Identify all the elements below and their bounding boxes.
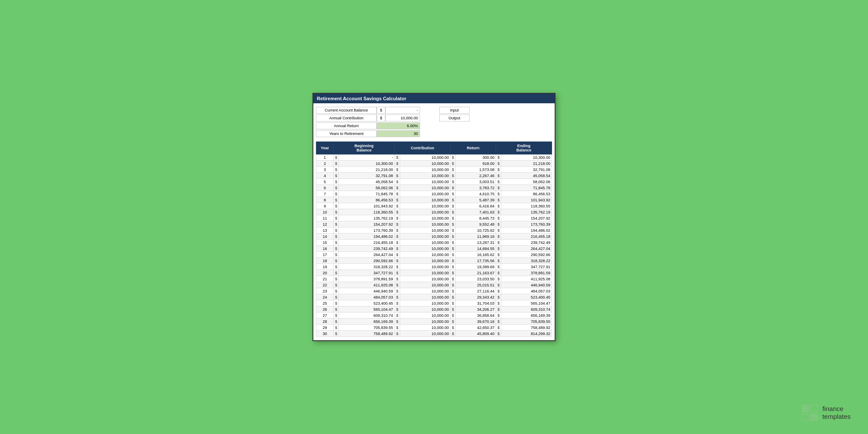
end-dollar: $ xyxy=(496,246,501,252)
con-val: 10,000.00 xyxy=(400,197,450,203)
beg-val: 32,791.08 xyxy=(339,173,395,179)
beg-val: 523,400.45 xyxy=(339,300,395,306)
beg-val: 705,839.55 xyxy=(339,325,395,331)
con-dollar: $ xyxy=(395,294,400,300)
table-row: 7 $ 71,845.78 $ 10,000.00 $ 4,610.75 $ 8… xyxy=(316,191,552,197)
con-val: 10,000.00 xyxy=(400,270,450,276)
ret-val: 36,858.64 xyxy=(456,312,496,319)
table-row: 27 $ 609,310.74 $ 10,000.00 $ 36,858.64 … xyxy=(316,312,552,319)
beg-dollar: $ xyxy=(334,179,339,185)
end-dollar: $ xyxy=(496,161,501,167)
year-cell: 3 xyxy=(316,167,334,173)
beg-dollar: $ xyxy=(334,246,339,252)
end-dollar: $ xyxy=(496,294,501,300)
con-val: 10,000.00 xyxy=(400,282,450,288)
col-header-ending-balance: EndingBalance xyxy=(496,142,552,155)
end-dollar: $ xyxy=(496,312,501,319)
beg-val: 101,943.92 xyxy=(339,203,395,209)
end-val: 135,762.19 xyxy=(501,209,552,215)
ret-val: 42,650.37 xyxy=(456,325,496,331)
table-row: 30 $ 758,489.92 $ 10,000.00 $ 45,809.40 … xyxy=(316,331,552,337)
end-val: 173,760.39 xyxy=(501,221,552,227)
table-row: 28 $ 656,169.39 $ 10,000.00 $ 39,670.16 … xyxy=(316,319,552,325)
ret-dollar: $ xyxy=(450,246,456,252)
year-cell: 30 xyxy=(316,331,334,337)
con-dollar: $ xyxy=(395,191,400,197)
table-row: 2 $ 10,300.00 $ 10,000.00 $ 918.00 $ 21,… xyxy=(316,161,552,167)
ret-val: 16,165.62 xyxy=(456,252,496,258)
years-to-retirement-label: Years to Retirement xyxy=(316,130,377,137)
con-dollar: $ xyxy=(395,306,400,312)
beg-dollar: $ xyxy=(334,306,339,312)
end-val: 378,891.59 xyxy=(501,270,552,276)
end-val: 446,940.59 xyxy=(501,282,552,288)
ret-dollar: $ xyxy=(450,167,456,173)
col-header-beginning-balance: BeginningBalance xyxy=(334,142,395,155)
brand-icon-cell-3 xyxy=(802,414,809,421)
beg-val: 347,727.91 xyxy=(339,270,395,276)
brand-icon-cell-4 xyxy=(810,414,818,421)
beg-dollar: $ xyxy=(334,197,339,203)
con-val: 10,000.00 xyxy=(400,233,450,240)
current-balance-value[interactable]: - xyxy=(385,107,420,114)
beg-dollar: $ xyxy=(334,203,339,209)
ret-val: 300.00 xyxy=(456,155,496,161)
ret-val: 39,670.16 xyxy=(456,319,496,325)
annual-return-label: Annual Return xyxy=(316,122,377,129)
end-dollar: $ xyxy=(496,179,501,185)
ret-val: 8,445.73 xyxy=(456,215,496,221)
col-header-return: Return xyxy=(450,142,496,155)
con-val: 10,000.00 xyxy=(400,155,450,161)
beg-val: 21,218.00 xyxy=(339,167,395,173)
beg-val: 58,062.06 xyxy=(339,185,395,191)
ret-dollar: $ xyxy=(450,270,456,276)
beg-val: 758,489.92 xyxy=(339,331,395,337)
beg-val: 118,360.55 xyxy=(339,209,395,215)
ret-val: 6,416.64 xyxy=(456,203,496,209)
input-section: Current Account Balance $ - Input Annual… xyxy=(313,103,555,141)
end-val: 216,455.18 xyxy=(501,233,552,240)
ret-dollar: $ xyxy=(450,203,456,209)
beg-dollar: $ xyxy=(334,240,339,246)
beg-val: 484,057.03 xyxy=(339,294,395,300)
annual-contribution-label: Annual Contribution xyxy=(316,115,377,122)
beg-val: 173,760.39 xyxy=(339,227,395,233)
years-to-retirement-value[interactable]: 30 xyxy=(377,130,420,137)
con-dollar: $ xyxy=(395,209,400,215)
ret-val: 23,033.50 xyxy=(456,276,496,282)
beg-val: 411,925.08 xyxy=(339,282,395,288)
brand-watermark: finance templates xyxy=(802,404,851,421)
con-dollar: $ xyxy=(395,173,400,179)
con-dollar: $ xyxy=(395,227,400,233)
ret-dollar: $ xyxy=(450,155,456,161)
beg-val: 318,328.22 xyxy=(339,264,395,270)
end-dollar: $ xyxy=(496,215,501,221)
current-balance-label: Current Account Balance xyxy=(316,107,377,114)
annual-contribution-value[interactable]: 10,000.00 xyxy=(385,115,420,122)
con-val: 10,000.00 xyxy=(400,191,450,197)
con-dollar: $ xyxy=(395,288,400,294)
end-val: 45,058.54 xyxy=(501,173,552,179)
con-val: 10,000.00 xyxy=(400,264,450,270)
table-row: 23 $ 446,940.59 $ 10,000.00 $ 27,116.44 … xyxy=(316,288,552,294)
con-dollar: $ xyxy=(395,270,400,276)
beg-val: 656,169.39 xyxy=(339,319,395,325)
year-cell: 16 xyxy=(316,246,334,252)
ret-dollar: $ xyxy=(450,331,456,337)
beg-dollar: $ xyxy=(334,209,339,215)
end-val: 565,104.47 xyxy=(501,300,552,306)
end-val: 411,925.08 xyxy=(501,276,552,282)
ret-val: 4,610.75 xyxy=(456,191,496,197)
ret-val: 3,783.72 xyxy=(456,185,496,191)
con-dollar: $ xyxy=(395,246,400,252)
year-cell: 4 xyxy=(316,173,334,179)
brand-text: finance templates xyxy=(822,405,851,421)
annual-return-value[interactable]: 6.00% xyxy=(377,122,420,129)
year-cell: 27 xyxy=(316,312,334,319)
ret-dollar: $ xyxy=(450,282,456,288)
ret-dollar: $ xyxy=(450,306,456,312)
beg-dollar: $ xyxy=(334,167,339,173)
beg-dollar: $ xyxy=(334,252,339,258)
table-row: 22 $ 411,925.08 $ 10,000.00 $ 25,015.51 … xyxy=(316,282,552,288)
beg-val: 135,762.19 xyxy=(339,215,395,221)
